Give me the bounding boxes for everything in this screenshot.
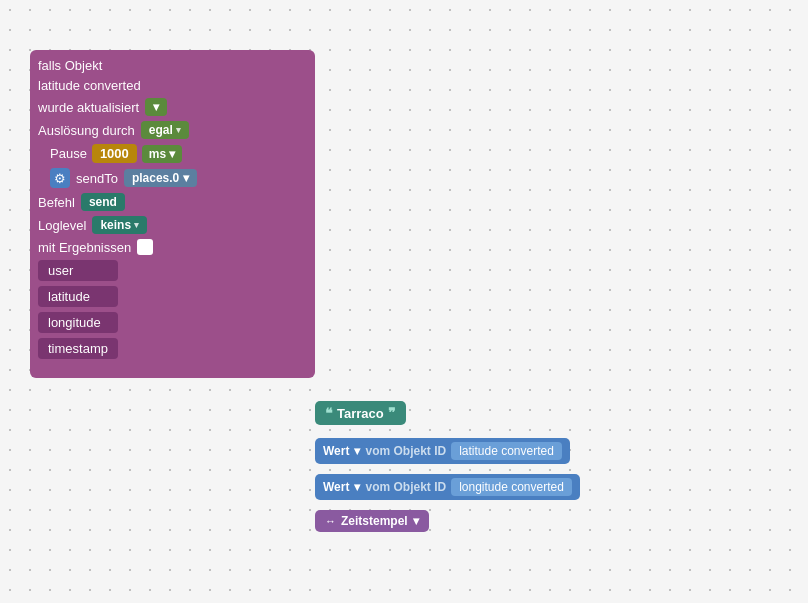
block-bottom <box>38 364 307 370</box>
befehl-row: Befehl send <box>38 193 307 211</box>
zeitstempel-icon: ↔ <box>325 515 336 527</box>
latitude-wert-label: Wert <box>323 444 349 458</box>
sendto-dropdown[interactable]: places.0 ▾ <box>124 169 197 187</box>
sendto-row: ⚙ sendTo places.0 ▾ <box>38 168 307 188</box>
latitude-field-row: latitude <box>38 286 307 307</box>
longitude-id-value: longitude converted <box>451 478 572 496</box>
tarraco-value: Tarraco <box>337 406 384 421</box>
ausloesung-label: Auslösung durch <box>38 123 135 138</box>
latitude-field-label: latitude <box>38 286 118 307</box>
main-block: falls Objekt latitude converted wurde ak… <box>30 50 315 378</box>
header-label: falls Objekt <box>38 58 102 73</box>
longitude-vom-label: vom Objekt ID <box>365 480 446 494</box>
timestamp-value-block: ↔ Zeitstempel ▾ <box>315 510 429 532</box>
mitergebnissen-row: mit Ergebnissen <box>38 239 307 255</box>
user-value-block: ❝ Tarraco ❞ <box>315 401 406 425</box>
wurde-dropdown[interactable]: ▾ <box>145 98 167 116</box>
zeitstempel-label: Zeitstempel <box>341 514 408 528</box>
pause-row: Pause 1000 ms ▾ <box>38 144 307 163</box>
mitergebnissen-checkbox[interactable] <box>137 239 153 255</box>
latitude-id-value: latitude converted <box>451 442 562 460</box>
longitude-field-label: longitude <box>38 312 118 333</box>
pause-value[interactable]: 1000 <box>92 144 137 163</box>
latitude-wert-arrow[interactable]: ▾ <box>354 444 360 458</box>
longitude-wert-block: Wert ▾ vom Objekt ID longitude converted <box>315 474 580 500</box>
wurde-aktualisiert-row: wurde aktualisiert ▾ <box>38 98 307 116</box>
longitude-wert-arrow[interactable]: ▾ <box>354 480 360 494</box>
wurde-aktualisiert-label: wurde aktualisiert <box>38 100 139 115</box>
timestamp-field-label: timestamp <box>38 338 118 359</box>
timestamp-field-row: timestamp <box>38 338 307 359</box>
longitude-wert-label: Wert <box>323 480 349 494</box>
mitergebnissen-label: mit Ergebnissen <box>38 240 131 255</box>
latitude-wert-block: Wert ▾ vom Objekt ID latitude converted <box>315 438 570 464</box>
sendto-label: sendTo <box>76 171 118 186</box>
loglevel-dropdown[interactable]: keins ▾ <box>92 216 147 234</box>
loglevel-label: Loglevel <box>38 218 86 233</box>
workspace: falls Objekt latitude converted wurde ak… <box>0 0 808 603</box>
latitude-converted-row: latitude converted <box>38 78 307 93</box>
pause-label: Pause <box>50 146 87 161</box>
open-quote: ❝ <box>325 405 333 421</box>
befehl-value: send <box>81 193 125 211</box>
close-quote: ❞ <box>388 405 396 421</box>
longitude-value-block: Wert ▾ vom Objekt ID longitude converted <box>315 474 580 500</box>
latitude-vom-label: vom Objekt ID <box>365 444 446 458</box>
user-field-row: user <box>38 260 307 281</box>
zeitstempel-arrow[interactable]: ▾ <box>413 514 419 528</box>
tarraco-string-block: ❝ Tarraco ❞ <box>315 401 406 425</box>
latitude-value-block: Wert ▾ vom Objekt ID latitude converted <box>315 438 570 464</box>
latitude-converted-label: latitude converted <box>38 78 141 93</box>
egal-dropdown[interactable]: egal ▾ <box>141 121 189 139</box>
longitude-field-row: longitude <box>38 312 307 333</box>
gear-icon: ⚙ <box>50 168 70 188</box>
zeitstempel-block: ↔ Zeitstempel ▾ <box>315 510 429 532</box>
pause-unit-dropdown[interactable]: ms ▾ <box>142 145 183 163</box>
ausloesung-row: Auslösung durch egal ▾ <box>38 121 307 139</box>
user-field-label: user <box>38 260 118 281</box>
befehl-label: Befehl <box>38 195 75 210</box>
loglevel-row: Loglevel keins ▾ <box>38 216 307 234</box>
header-row: falls Objekt <box>38 58 307 73</box>
